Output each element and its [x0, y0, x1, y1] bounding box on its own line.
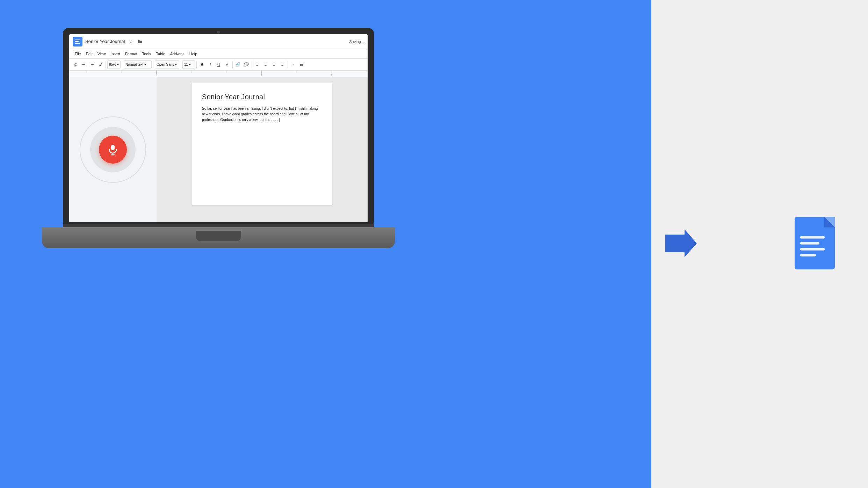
docs-floating-icon — [795, 217, 840, 271]
zoom-value: 85% — [109, 63, 116, 66]
menu-edit[interactable]: Edit — [84, 51, 95, 57]
doc-panel: Senior Year Journal So far, senior year … — [157, 77, 368, 222]
divider-4 — [181, 61, 181, 68]
justify-btn[interactable]: ≡ — [279, 60, 286, 69]
menu-view[interactable]: View — [95, 51, 108, 57]
undo-btn[interactable]: ↩ — [80, 60, 87, 69]
logo-line-1 — [75, 40, 80, 40]
italic-btn[interactable]: I — [207, 60, 214, 69]
menu-format[interactable]: Format — [123, 51, 139, 57]
font-value: Open Sans — [157, 63, 174, 66]
align-right-btn[interactable]: ≡ — [270, 60, 278, 69]
laptop-screen: Senior Year Journal ☆ Saving... File Edi… — [69, 34, 368, 222]
comment-btn[interactable]: 💬 — [243, 60, 250, 69]
voice-outer-circle — [80, 116, 146, 183]
svg-rect-12 — [111, 145, 115, 150]
docs-header: Senior Year Journal ☆ Saving... — [69, 34, 368, 49]
header-icons: ☆ — [128, 38, 144, 45]
divider-2 — [122, 61, 122, 68]
svg-rect-22 — [800, 254, 816, 257]
size-select[interactable]: 11 ▾ — [182, 60, 195, 69]
redo-btn[interactable]: ↪ — [88, 60, 96, 69]
divider-1 — [106, 61, 106, 68]
voice-panel — [69, 77, 157, 222]
ruler: 1 2 3 — [69, 71, 368, 77]
align-left-btn[interactable]: ≡ — [253, 60, 261, 69]
line-spacing-btn[interactable]: ↕ — [289, 60, 297, 69]
svg-rect-19 — [800, 236, 825, 239]
zoom-chevron: ▾ — [117, 63, 119, 66]
mic-icon — [107, 143, 119, 156]
style-chevron: ▾ — [144, 63, 146, 66]
folder-icon[interactable] — [137, 38, 144, 45]
list-btn[interactable]: ☰ — [298, 60, 305, 69]
divider-5 — [196, 61, 197, 68]
divider-8 — [288, 61, 288, 68]
laptop-notch — [196, 231, 241, 241]
svg-marker-15 — [665, 229, 697, 257]
zoom-select[interactable]: 85% ▾ — [107, 60, 121, 69]
menu-file[interactable]: File — [73, 51, 83, 57]
style-value: Normal text — [125, 63, 143, 66]
underline-btn[interactable]: U — [215, 60, 223, 69]
saving-status: Saving... — [349, 40, 364, 44]
style-select[interactable]: Normal text ▾ — [124, 60, 152, 69]
svg-text:3: 3 — [331, 74, 332, 77]
doc-title[interactable]: Senior Year Journal — [85, 39, 125, 44]
divider-3 — [153, 61, 153, 68]
arrow-container — [665, 229, 697, 259]
divider-7 — [252, 61, 252, 68]
menu-insert[interactable]: Insert — [108, 51, 122, 57]
paint-format-btn[interactable]: 🖌 — [96, 60, 104, 69]
divider-6 — [232, 61, 233, 68]
doc-page: Senior Year Journal So far, senior year … — [192, 82, 332, 205]
laptop-screen-bezel: Senior Year Journal ☆ Saving... File Edi… — [63, 28, 374, 227]
camera-dot — [217, 31, 220, 34]
doc-page-body[interactable]: So far, senior year has been amazing. I … — [202, 106, 322, 123]
voice-mid-circle — [90, 127, 136, 172]
font-select[interactable]: Open Sans ▾ — [155, 60, 179, 69]
logo-line-3 — [75, 43, 80, 44]
docs-logo-lines — [75, 40, 80, 44]
link-btn[interactable]: 🔗 — [234, 60, 242, 69]
menu-bar: File Edit View Insert Format Tools Table… — [69, 49, 368, 59]
svg-rect-21 — [800, 248, 825, 251]
doc-page-title[interactable]: Senior Year Journal — [202, 93, 322, 101]
star-icon[interactable]: ☆ — [128, 38, 135, 45]
menu-tools[interactable]: Tools — [140, 51, 153, 57]
font-chevron: ▾ — [175, 63, 177, 66]
laptop-base — [42, 227, 395, 248]
toolbar: 🖨 ↩ ↪ 🖌 85% ▾ Normal text ▾ Open Sans ▾ — [69, 59, 368, 71]
svg-text:2: 2 — [261, 74, 262, 77]
content-area: Senior Year Journal So far, senior year … — [69, 77, 368, 222]
print-btn[interactable]: 🖨 — [71, 60, 79, 69]
arrow-right-icon — [665, 229, 697, 257]
logo-line-2 — [75, 41, 79, 42]
svg-rect-0 — [69, 71, 368, 77]
text-color-btn[interactable]: A — [223, 60, 231, 69]
align-center-btn[interactable]: ≡ — [262, 60, 269, 69]
svg-text:1: 1 — [156, 74, 157, 77]
menu-help[interactable]: Help — [187, 51, 200, 57]
menu-table[interactable]: Table — [154, 51, 167, 57]
size-value: 11 — [184, 63, 188, 66]
laptop-container: Senior Year Journal ☆ Saving... File Edi… — [63, 28, 374, 266]
svg-rect-20 — [800, 242, 819, 245]
menu-addons[interactable]: Add-ons — [168, 51, 187, 57]
voice-inner-circle[interactable] — [99, 136, 127, 164]
bold-btn[interactable]: B — [198, 60, 206, 69]
docs-logo — [73, 37, 82, 46]
size-chevron: ▾ — [189, 63, 191, 66]
